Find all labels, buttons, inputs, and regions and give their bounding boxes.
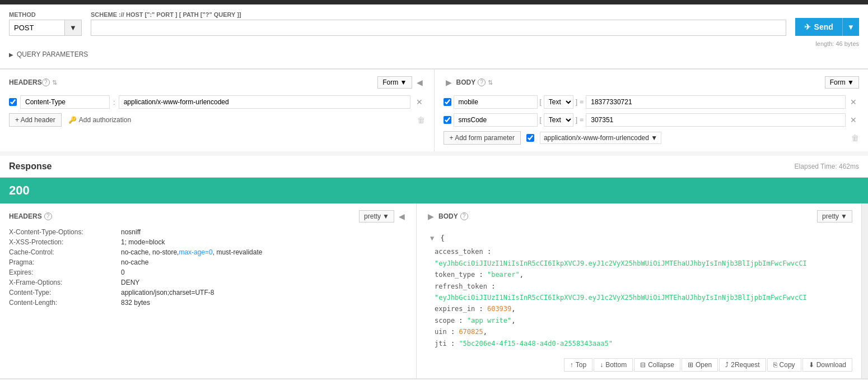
- toolbar-copy-button[interactable]: ⎘ Copy: [767, 358, 801, 372]
- response-body-container: ▼ { access_token : "eyJhbGciOiJIUzI1NiIs…: [426, 228, 852, 372]
- response-body-pretty[interactable]: pretty ▼: [817, 210, 852, 223]
- toolbar-download-button[interactable]: ⬇ Download: [802, 358, 852, 372]
- resp-header-expires: Expires: 0: [9, 268, 407, 276]
- body-name-smscode[interactable]: [454, 113, 538, 127]
- response-headers-pretty[interactable]: pretty ▼: [359, 210, 394, 223]
- status-code: 200: [9, 183, 30, 197]
- add-header-button[interactable]: + Add header: [9, 113, 62, 127]
- method-container: METHOD POST ▼: [9, 11, 82, 36]
- body-trash-icon[interactable]: 🗑: [851, 133, 859, 142]
- header-value-1[interactable]: [119, 95, 410, 109]
- response-headers-info: ?: [44, 212, 52, 220]
- collapse-icon: ⊟: [640, 361, 646, 369]
- body-checkbox-smscode[interactable]: [444, 116, 451, 124]
- cache-control-link[interactable]: max-age=0: [179, 248, 212, 256]
- add-authorization-button[interactable]: 🔑 Add authorization: [68, 116, 131, 124]
- request-panels: HEADERS ? ⇅ Form ▼ ◀ : ✕ + Add header: [0, 69, 868, 151]
- json-jti: jti : "5bc206e4-4f15-4a48-a4d0-a2558343a…: [435, 338, 852, 349]
- 2request-icon: ⤴: [725, 361, 729, 369]
- encoding-dropdown[interactable]: application/x-www-form-urlencoded ▼: [540, 132, 661, 144]
- toolbar-collapse-button[interactable]: ⊟ Collapse: [634, 358, 680, 372]
- toolbar-2request-button[interactable]: ⤴ 2Request: [719, 358, 766, 372]
- body-value-mobile[interactable]: [586, 95, 846, 109]
- resp-header-xframe: X-Frame-Options: DENY: [9, 279, 407, 286]
- resp-header-content-type: Content-Type: application/json;charset=U…: [9, 289, 407, 296]
- body-panel: ▶ BODY ? ⇅ Form ▼ [ Text ] = ✕: [435, 69, 869, 151]
- response-section: Response Elapsed Time: 462ms 200 HEADERS…: [0, 156, 868, 378]
- json-uin: uin : 670825,: [435, 326, 852, 337]
- status-bar: 200: [0, 178, 868, 203]
- header-colon-1: :: [113, 98, 115, 106]
- response-body-info: ?: [460, 212, 468, 220]
- response-headers-collapse[interactable]: ◀: [396, 212, 407, 221]
- query-params-row[interactable]: ▶ QUERY PARAMETERS: [9, 47, 859, 62]
- header-key-1[interactable]: [20, 95, 110, 109]
- add-form-param-button[interactable]: + Add form parameter: [444, 131, 521, 145]
- equals-mobile: =: [580, 98, 584, 106]
- json-collapse-root[interactable]: ▼: [430, 234, 434, 242]
- right-scrollbar[interactable]: [861, 203, 868, 378]
- body-type-mobile[interactable]: Text: [544, 95, 573, 109]
- elapsed-time: Elapsed Time: 462ms: [795, 163, 859, 170]
- response-headers-panel: HEADERS ? pretty ▼ ◀ X-Content-Type-Opti…: [0, 203, 417, 378]
- send-icon: ✈: [804, 22, 811, 31]
- url-input[interactable]: http://www.pinzhi365.com/authentication/…: [91, 20, 786, 36]
- body-delete-smscode[interactable]: ✕: [848, 114, 859, 126]
- toolbar-top-button[interactable]: ↑ Top: [564, 358, 592, 372]
- resp-header-xss: X-XSS-Protection: 1; mode=block: [9, 238, 407, 246]
- headers-trash-icon[interactable]: 🗑: [417, 115, 425, 124]
- resp-header-cache: Cache-Control: no-cache, no-store, max-a…: [9, 248, 407, 256]
- method-input[interactable]: POST: [9, 20, 65, 36]
- headers-info-icon: ?: [42, 78, 50, 86]
- top-icon: ↑: [570, 361, 573, 369]
- download-icon: ⬇: [809, 361, 814, 369]
- headers-collapse-left[interactable]: ◀: [414, 78, 425, 87]
- header-delete-1[interactable]: ✕: [414, 96, 425, 108]
- method-dropdown[interactable]: ▼: [65, 20, 82, 36]
- query-params-arrow: ▶: [9, 52, 13, 58]
- headers-title: HEADERS: [9, 78, 42, 86]
- response-body-collapse-left[interactable]: ▶: [426, 212, 436, 221]
- bottom-icon: ↓: [600, 361, 603, 369]
- send-dropdown-arrow[interactable]: ▼: [842, 18, 859, 36]
- length-info: length: 46 bytes: [9, 40, 859, 47]
- toolbar-open-button[interactable]: ⊞ Open: [682, 358, 718, 372]
- json-refresh-token: refresh_token : "eyJhbGciOiJIUzI1NiIsInR…: [435, 281, 852, 304]
- json-expires-in: expires_in : 603939,: [435, 303, 852, 314]
- body-form-dropdown[interactable]: Form ▼: [825, 76, 859, 89]
- body-type-smscode[interactable]: Text: [544, 113, 573, 127]
- body-sort-icon: ⇅: [488, 79, 493, 86]
- json-token-type: token_type : "bearer",: [435, 269, 852, 280]
- lock-icon: 🔑: [68, 116, 77, 124]
- toolbar-bottom-button[interactable]: ↓ Bottom: [594, 358, 633, 372]
- body-name-mobile[interactable]: [454, 95, 538, 109]
- body-info-icon: ?: [478, 78, 486, 86]
- copy-icon: ⎘: [773, 361, 777, 369]
- header-checkbox-1[interactable]: [9, 98, 17, 106]
- encoding-checkbox[interactable]: [526, 134, 534, 142]
- response-body-panel: ▶ BODY ? pretty ▼ ▼ {: [417, 203, 861, 378]
- body-checkbox-mobile[interactable]: [444, 98, 451, 106]
- headers-sort-icon: ⇅: [52, 79, 57, 86]
- json-body-content: access_token : "eyJhbGciOiJIUzI1NiIsInR5…: [426, 246, 852, 349]
- header-row-1: : ✕: [9, 95, 425, 109]
- top-bar: [0, 0, 868, 4]
- body-value-smscode[interactable]: [586, 113, 846, 127]
- equals-smscode: =: [580, 116, 584, 124]
- request-section: METHOD POST ▼ SCHEME :// HOST [":" PORT …: [0, 4, 868, 69]
- response-headers-list: X-Content-Type-Options: nosniff X-XSS-Pr…: [9, 228, 407, 307]
- send-button[interactable]: ✈ Send ▼: [795, 18, 859, 36]
- headers-panel-header: HEADERS ? ⇅ Form ▼ ◀: [9, 76, 425, 89]
- response-body-title: BODY: [438, 212, 458, 220]
- headers-actions-row: + Add header 🔑 Add authorization 🗑: [9, 113, 425, 127]
- method-label: METHOD: [9, 11, 82, 18]
- bracket-left-smscode: [: [540, 116, 542, 124]
- headers-panel: HEADERS ? ⇅ Form ▼ ◀ : ✕ + Add header: [0, 69, 435, 151]
- url-label: SCHEME :// HOST [":" PORT ] [ PATH ["?" …: [91, 11, 786, 18]
- response-panels: HEADERS ? pretty ▼ ◀ X-Content-Type-Opti…: [0, 203, 868, 378]
- body-delete-mobile[interactable]: ✕: [848, 96, 859, 108]
- resp-header-x-content-type: X-Content-Type-Options: nosniff: [9, 228, 407, 236]
- body-collapse-expand[interactable]: ▶: [444, 78, 454, 87]
- headers-form-dropdown[interactable]: Form ▼: [377, 76, 412, 89]
- bracket-right-mobile: ]: [576, 98, 577, 106]
